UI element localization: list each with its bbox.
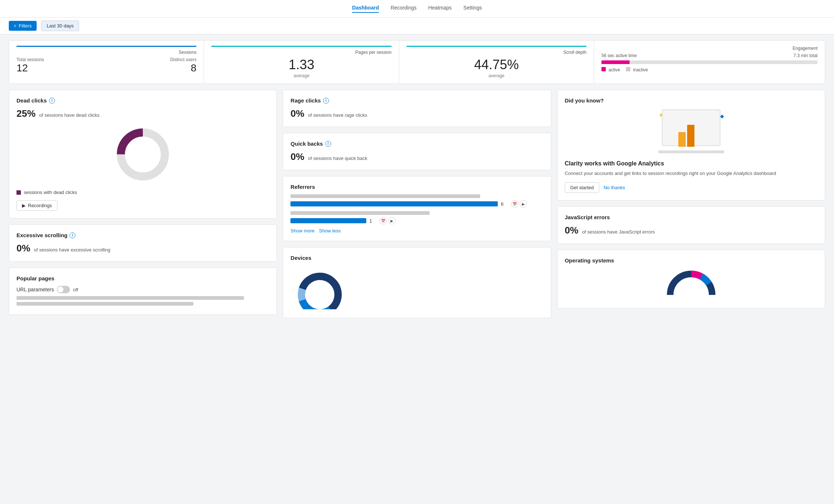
js-errors-pct: 0% — [565, 225, 579, 236]
rage-clicks-card: Rage clicks i 0% of sessions have rage c… — [283, 90, 551, 127]
referrer-count-1: 6 — [501, 201, 508, 207]
referrer-url-1 — [290, 194, 480, 198]
middle-column: Rage clicks i 0% of sessions have rage c… — [283, 90, 551, 318]
illustration-wrap: ✦ ◆ — [658, 109, 724, 153]
rage-clicks-info-icon[interactable]: i — [323, 98, 329, 104]
sessions-block: Sessions Total sessions 12 Distinct user… — [9, 41, 204, 83]
pages-per-session-label: Pages per session — [211, 50, 391, 55]
engagement-bar — [601, 60, 818, 64]
get-started-button[interactable]: Get started — [565, 182, 599, 193]
excessive-scrolling-pct: 0% — [16, 243, 30, 254]
did-you-know-title: Did you know? — [565, 97, 818, 104]
distinct-users-value: 8 — [170, 62, 196, 74]
engagement-block: Engagement 56 sec active time 7.3 min to… — [594, 41, 825, 83]
rage-clicks-title-row: Rage clicks i — [290, 97, 543, 104]
engagement-bar-active — [601, 60, 630, 64]
os-label: Operating systems — [565, 257, 614, 264]
date-label: Last 30 days — [47, 23, 74, 29]
total-sessions-value: 12 — [16, 62, 44, 74]
dyk-actions: Get started No thanks — [565, 182, 818, 193]
engagement-legend: active inactive — [601, 67, 818, 72]
referrer-bar-1 — [290, 201, 498, 206]
recordings-button[interactable]: ▶ Recordings — [16, 200, 58, 211]
distinct-users-label: Distinct users — [170, 57, 196, 62]
popular-pages-title: Popular pages — [16, 275, 269, 281]
excessive-scrolling-desc: of sessions have excessive scrolling — [34, 247, 110, 253]
pages-per-session-value: 1.33 — [211, 57, 391, 72]
nav-settings[interactable]: Settings — [463, 5, 482, 13]
os-donut-svg — [662, 268, 720, 301]
scroll-depth-value: 44.75% — [407, 57, 586, 72]
referrer-count-2: 1 — [369, 218, 377, 224]
bar-2 — [687, 125, 694, 147]
devices-donut-section — [290, 265, 543, 310]
referrer-icons-2: 📅 ▶ — [379, 217, 396, 224]
inactive-dot — [626, 67, 630, 71]
pages-per-session-block: Pages per session 1.33 average — [204, 41, 399, 83]
inactive-legend: inactive — [626, 67, 648, 72]
toggle-knob — [58, 287, 63, 292]
nav-recordings[interactable]: Recordings — [390, 5, 416, 13]
main-content: Sessions Total sessions 12 Distinct user… — [0, 34, 834, 324]
nav-heatmaps[interactable]: Heatmaps — [428, 5, 452, 13]
referrer-show-links: Show more Show less — [290, 228, 543, 234]
scroll-depth-label: Scroll depth — [407, 50, 586, 55]
cards-grid: Dead clicks i 25% of sessions have dead … — [9, 90, 825, 318]
url-params-state: off — [73, 287, 78, 292]
popular-pages-label: Popular pages — [16, 275, 54, 281]
quick-backs-info-icon[interactable]: i — [325, 141, 331, 147]
pages-per-session-avg: average — [211, 73, 391, 78]
referrers-label: Referrers — [290, 184, 315, 190]
javascript-errors-card: JavaScript errors 0% of sessions have Ja… — [557, 206, 825, 244]
dead-clicks-legend-text: sessions with dead clicks — [24, 190, 77, 195]
nav-links: Dashboard Recordings Heatmaps Settings — [352, 5, 482, 13]
engagement-label: Engagement — [601, 46, 818, 51]
rage-clicks-title: Rage clicks — [290, 97, 321, 104]
url-text-2 — [16, 302, 193, 306]
recordings-icon: ▶ — [22, 203, 26, 208]
recordings-label: Recordings — [28, 203, 52, 208]
no-thanks-button[interactable]: No thanks — [604, 185, 625, 190]
nav-dashboard[interactable]: Dashboard — [352, 5, 379, 13]
total-sessions-label: Total sessions — [16, 57, 44, 62]
dead-clicks-info-icon[interactable]: i — [49, 98, 55, 104]
dead-clicks-pct: 25% — [16, 108, 36, 119]
operating-systems-card: Operating systems — [557, 250, 825, 309]
referrer-bar-wrap-2: 1 📅 ▶ — [290, 217, 543, 224]
dead-clicks-title-row: Dead clicks i — [16, 97, 269, 104]
filters-button[interactable]: ▿ Filters — [9, 21, 37, 31]
referrer-heatmap-icon-1[interactable]: 📅 — [511, 200, 518, 208]
chart-bars-inside — [678, 125, 694, 147]
url-params-label: URL parameters — [16, 287, 54, 292]
date-range-button[interactable]: Last 30 days — [41, 20, 79, 31]
referrer-recording-icon-1[interactable]: ▶ — [520, 200, 527, 208]
os-donut-wrap — [565, 268, 818, 301]
popular-pages-url — [16, 296, 269, 306]
referrer-row-1: 6 📅 ▶ — [290, 194, 543, 208]
url-params-toggle[interactable] — [57, 286, 70, 293]
show-less-link[interactable]: Show less — [319, 228, 341, 234]
os-title: Operating systems — [565, 257, 818, 264]
referrer-icons-1: 📅 ▶ — [511, 200, 527, 208]
url-params-row: URL parameters off — [16, 286, 269, 293]
filter-icon: ▿ — [14, 23, 16, 29]
excessive-scrolling-card: Excessive scrolling i 0% of sessions hav… — [9, 224, 277, 262]
toolbar: ▿ Filters Last 30 days — [0, 18, 834, 34]
dead-clicks-legend-square — [16, 190, 21, 195]
quick-backs-desc: of sessions have quick back — [308, 156, 367, 161]
popular-pages-card: Popular pages URL parameters off — [9, 268, 277, 315]
quick-backs-title: Quick backs — [290, 141, 323, 147]
excessive-scrolling-info-icon[interactable]: i — [70, 232, 75, 238]
distinct-users-group: Distinct users 8 — [170, 57, 196, 74]
referrer-recording-icon-2[interactable]: ▶ — [388, 217, 396, 224]
engagement-sub: 56 sec active time 7.3 min total — [601, 53, 818, 58]
donut-svg — [114, 125, 172, 184]
dead-clicks-desc: of sessions have dead clicks — [39, 112, 100, 118]
stats-row: Sessions Total sessions 12 Distinct user… — [9, 40, 825, 84]
show-more-link[interactable]: Show more — [290, 228, 315, 234]
referrer-heatmap-icon-2[interactable]: 📅 — [379, 217, 387, 224]
referrers-card: Referrers 6 📅 ▶ — [283, 176, 551, 241]
dead-clicks-pct-row: 25% of sessions have dead clicks — [16, 108, 269, 119]
left-column: Dead clicks i 25% of sessions have dead … — [9, 90, 277, 318]
laptop-base — [658, 150, 724, 153]
